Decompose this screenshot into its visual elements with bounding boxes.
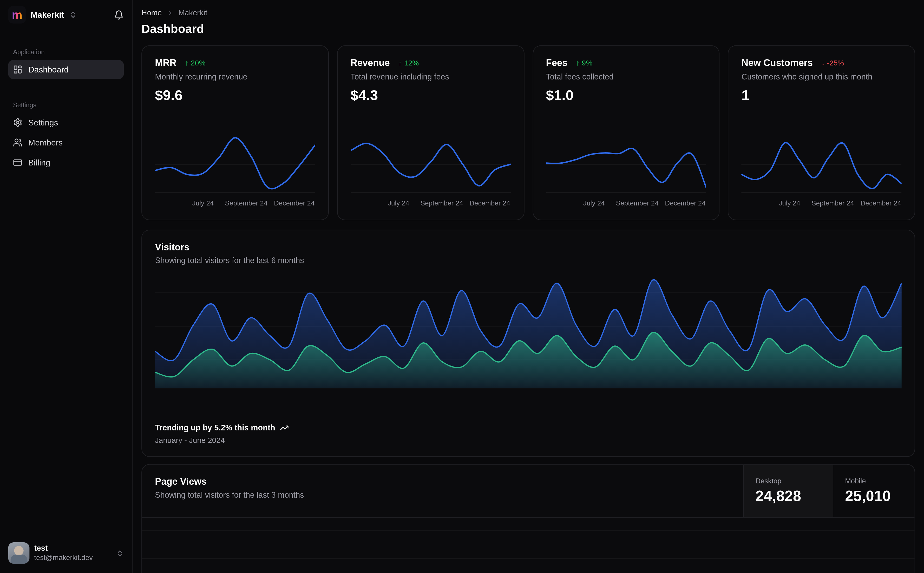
credit-card-icon xyxy=(13,158,22,167)
axis-tick: July 24 xyxy=(779,200,800,207)
page-title: Dashboard xyxy=(141,22,915,36)
mobile-label: Mobile xyxy=(845,477,903,485)
sidebar-item-members[interactable]: Members xyxy=(8,133,124,152)
trend-badge: ↓-25% xyxy=(821,59,844,67)
axis-tick: July 24 xyxy=(388,200,409,207)
trend-badge: ↑9% xyxy=(576,59,592,67)
sidebar-item-label: Members xyxy=(28,138,63,147)
sparkline-chart: July 24 September 24 December 24 xyxy=(350,132,510,210)
sidebar-item-label: Settings xyxy=(28,117,58,127)
chevrons-up-down-icon[interactable] xyxy=(69,11,77,19)
stat-title: Fees xyxy=(546,58,568,68)
nav-section-settings: Settings xyxy=(8,101,124,108)
stat-cards-row: MRR ↑20% Monthly recurring revenue $9.6 … xyxy=(141,45,915,220)
sparkline-chart: July 24 September 24 December 24 xyxy=(155,132,315,210)
desktop-label: Desktop xyxy=(756,477,821,485)
app-window: m Makerkit Application Dashboard Setting… xyxy=(0,0,924,573)
makerkit-logo: m xyxy=(8,6,26,23)
axis-tick: December 24 xyxy=(860,200,901,207)
desktop-value: 24,828 xyxy=(756,488,821,505)
page-views-card: Page Views Showing total visitors for th… xyxy=(141,464,915,573)
sidebar-item-label: Billing xyxy=(28,158,50,167)
trend-badge: ↑20% xyxy=(185,59,206,67)
nav-section-application: Application xyxy=(8,48,124,55)
stat-subtitle: Monthly recurring revenue xyxy=(155,72,315,81)
axis-tick: September 24 xyxy=(811,200,854,207)
stat-subtitle: Total fees collected xyxy=(546,72,706,81)
visitors-card: Visitors Showing total visitors for the … xyxy=(141,230,915,457)
stat-title: New Customers xyxy=(742,58,813,68)
arrow-up-icon: ↑ xyxy=(185,59,188,67)
page-views-header: Page Views Showing total visitors for th… xyxy=(142,465,915,518)
chevrons-up-down-icon xyxy=(116,549,124,557)
gear-icon xyxy=(13,117,22,127)
visitors-subtitle: Showing total visitors for the last 6 mo… xyxy=(155,256,902,265)
axis-tick: September 24 xyxy=(420,200,463,207)
breadcrumb-current: Makerkit xyxy=(178,8,207,17)
user-menu[interactable]: test test@makerkit.dev xyxy=(0,535,132,573)
axis-tick: December 24 xyxy=(665,200,706,207)
stat-title: Revenue xyxy=(350,58,390,68)
logo-letter: m xyxy=(12,9,22,20)
axis-tick: December 24 xyxy=(274,200,315,207)
mobile-value: 25,010 xyxy=(845,488,903,505)
stat-value: $1.0 xyxy=(546,87,706,103)
visitors-area-chart xyxy=(155,276,902,388)
sparkline-chart: July 24 September 24 December 24 xyxy=(742,132,902,210)
main-content: Home Makerkit Dashboard MRR ↑20% Monthly… xyxy=(133,0,924,573)
stat-value: 1 xyxy=(742,87,902,103)
arrow-down-icon: ↓ xyxy=(821,59,825,67)
axis-tick: July 24 xyxy=(192,200,214,207)
visitors-footer: Trending up by 5.2% this month January -… xyxy=(155,423,902,445)
sidebar-item-dashboard[interactable]: Dashboard xyxy=(8,60,124,79)
notifications-bell-icon[interactable] xyxy=(114,9,124,20)
sidebar: m Makerkit Application Dashboard Setting… xyxy=(0,0,133,573)
workspace-selector[interactable]: m Makerkit xyxy=(0,0,132,28)
stat-card-mrr: MRR ↑20% Monthly recurring revenue $9.6 … xyxy=(141,45,328,220)
sidebar-nav: Application Dashboard Settings Settings … xyxy=(0,28,132,173)
stat-title: MRR xyxy=(155,58,176,68)
breadcrumb-home-link[interactable]: Home xyxy=(141,8,162,17)
dashboard-grid-icon xyxy=(13,65,22,74)
visitors-trend-text: Trending up by 5.2% this month xyxy=(155,423,275,432)
user-email: test@makerkit.dev xyxy=(34,553,93,562)
stat-value: $9.6 xyxy=(155,87,315,103)
page-views-title: Page Views xyxy=(155,476,730,487)
axis-tick: September 24 xyxy=(616,200,659,207)
sidebar-item-settings[interactable]: Settings xyxy=(8,113,124,132)
visitors-period: January - June 2024 xyxy=(155,436,902,445)
sidebar-item-billing[interactable]: Billing xyxy=(8,153,124,172)
sparkline-chart: July 24 September 24 December 24 xyxy=(546,132,706,210)
trend-badge: ↑12% xyxy=(398,59,419,67)
stat-subtitle: Total revenue including fees xyxy=(350,72,510,81)
toggle-mobile[interactable]: Mobile 25,010 xyxy=(833,465,915,517)
axis-tick: July 24 xyxy=(583,200,605,207)
page-views-bar-chart xyxy=(149,518,908,573)
trending-up-icon xyxy=(280,423,289,432)
stat-subtitle: Customers who signed up this month xyxy=(742,72,902,81)
stat-card-fees: Fees ↑9% Total fees collected $1.0 July … xyxy=(532,45,720,220)
visitors-title: Visitors xyxy=(155,242,902,253)
arrow-up-icon: ↑ xyxy=(576,59,579,67)
arrow-up-icon: ↑ xyxy=(398,59,402,67)
stat-card-revenue: Revenue ↑12% Total revenue including fee… xyxy=(337,45,524,220)
breadcrumb: Home Makerkit xyxy=(141,8,915,17)
avatar xyxy=(8,542,30,564)
stat-value: $4.3 xyxy=(350,87,510,103)
axis-tick: December 24 xyxy=(469,200,510,207)
page-views-subtitle: Showing total visitors for the last 3 mo… xyxy=(155,491,730,499)
toggle-desktop[interactable]: Desktop 24,828 xyxy=(743,465,833,517)
user-name: test xyxy=(34,544,93,553)
sidebar-item-label: Dashboard xyxy=(28,65,69,74)
workspace-name: Makerkit xyxy=(31,10,64,19)
axis-tick: September 24 xyxy=(225,200,268,207)
stat-card-new-customers: New Customers ↓-25% Customers who signed… xyxy=(728,45,915,220)
chevron-right-icon xyxy=(166,9,174,16)
users-icon xyxy=(13,138,22,147)
